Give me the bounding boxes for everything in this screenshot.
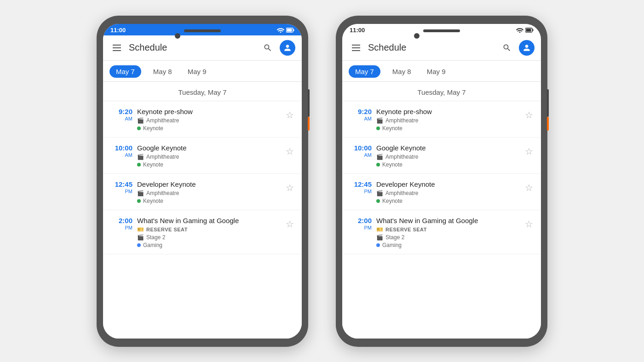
reserve-icon: 🎫 <box>376 226 383 233</box>
date-tab[interactable]: May 7 <box>349 65 380 78</box>
app-bar: Schedule <box>342 35 541 61</box>
date-tab[interactable]: May 7 <box>109 65 141 78</box>
schedule-item: 10:00 AM Google Keynote 🎬 Amphitheatre K… <box>103 138 302 174</box>
day-header: Tuesday, May 7 <box>103 82 302 101</box>
reserve-label: RESERVE SEAT <box>385 227 427 232</box>
phone-wrapper-2: 11:00 Schedule <box>336 16 547 347</box>
venue-name: Stage 2 <box>385 234 404 241</box>
favorite-button[interactable]: ☆ <box>283 109 296 121</box>
event-reserve: 🎫 RESERVE SEAT <box>376 226 518 233</box>
time-column: 10:00 AM <box>109 144 132 158</box>
event-time-hour: 12:45 <box>109 180 132 189</box>
favorite-button[interactable]: ☆ <box>283 218 296 230</box>
video-icon: 🎬 <box>137 234 144 241</box>
hamburger-line <box>113 50 121 51</box>
event-details: What's New in Gaming at Google 🎫 RESERVE… <box>376 217 518 248</box>
event-title: What's New in Gaming at Google <box>376 217 518 224</box>
event-time-ampm: AM <box>348 152 372 158</box>
event-tag: Keynote <box>137 198 279 204</box>
event-tag: Keynote <box>137 125 279 132</box>
app-title: Schedule <box>368 42 495 53</box>
hamburger-line <box>113 45 121 46</box>
favorite-button[interactable]: ☆ <box>283 145 296 158</box>
time-column: 9:20 AM <box>348 108 372 121</box>
event-venue-row: 🎬 Amphitheatre <box>137 154 279 160</box>
event-time-ampm: AM <box>348 116 372 121</box>
tag-label: Keynote <box>382 198 402 204</box>
account-avatar[interactable] <box>519 40 535 56</box>
phone-wrapper-1: 11:00 Schedule <box>97 16 308 347</box>
date-tab[interactable]: May 9 <box>423 66 449 77</box>
venue-name: Amphitheatre <box>385 117 418 124</box>
tag-label: Gaming <box>382 242 402 248</box>
phone-screen: 11:00 Schedule <box>342 24 541 339</box>
event-reserve: 🎫 RESERVE SEAT <box>137 226 279 233</box>
tag-label: Gaming <box>143 242 162 248</box>
event-venue-row: 🎬 Amphitheatre <box>376 154 518 160</box>
venue-name: Amphitheatre <box>146 117 179 124</box>
time-column: 12:45 PM <box>348 180 372 194</box>
event-time-ampm: PM <box>109 189 132 194</box>
favorite-button[interactable]: ☆ <box>523 145 535 158</box>
event-venue-row: 🎬 Stage 2 <box>137 234 279 241</box>
schedule-item: 12:45 PM Developer Keynote 🎬 Amphitheatr… <box>342 174 541 210</box>
status-icons <box>516 27 534 33</box>
event-tag: Gaming <box>137 242 279 248</box>
video-icon: 🎬 <box>137 154 144 160</box>
phone-screen: 11:00 Schedule <box>103 24 302 339</box>
event-time-hour: 12:45 <box>348 180 372 189</box>
tag-dot <box>137 126 141 130</box>
event-venue-row: 🎬 Stage 2 <box>376 234 518 241</box>
event-time-hour: 10:00 <box>348 144 372 152</box>
phone-speaker <box>423 29 460 32</box>
event-details: Keynote pre-show 🎬 Amphitheatre Keynote <box>137 108 279 132</box>
app-title: Schedule <box>129 42 256 53</box>
menu-button[interactable] <box>109 40 124 55</box>
svg-rect-1 <box>293 29 294 31</box>
schedule-content: Tuesday, May 7 9:20 AM Keynote pre-show … <box>342 82 541 339</box>
time-column: 9:20 AM <box>109 108 132 121</box>
favorite-button[interactable]: ☆ <box>523 109 535 121</box>
date-tab[interactable]: May 9 <box>184 66 210 77</box>
event-time-ampm: AM <box>109 152 132 158</box>
day-header: Tuesday, May 7 <box>342 82 541 101</box>
tag-dot <box>137 163 141 167</box>
phone-camera <box>175 33 180 39</box>
event-time-hour: 10:00 <box>109 144 132 152</box>
schedule-content: Tuesday, May 7 9:20 AM Keynote pre-show … <box>103 82 302 339</box>
date-tab[interactable]: May 8 <box>150 66 176 77</box>
status-time: 11:00 <box>110 27 126 34</box>
event-details: Google Keynote 🎬 Amphitheatre Keynote <box>137 144 279 168</box>
status-time: 11:00 <box>350 27 365 34</box>
time-column: 2:00 PM <box>348 217 372 230</box>
event-time-hour: 9:20 <box>348 108 372 116</box>
event-details: Keynote pre-show 🎬 Amphitheatre Keynote <box>376 108 518 132</box>
event-tag: Keynote <box>137 161 279 168</box>
search-button[interactable] <box>500 40 514 55</box>
tag-dot <box>376 199 380 203</box>
date-tabs: May 7May 8May 9 <box>342 61 541 82</box>
phone-side-button <box>308 89 310 117</box>
menu-button[interactable] <box>349 40 363 55</box>
schedule-item: 10:00 AM Google Keynote 🎬 Amphitheatre K… <box>342 138 541 174</box>
event-title: Google Keynote <box>376 144 518 152</box>
hamburger-line <box>352 47 360 48</box>
account-avatar[interactable] <box>280 40 295 56</box>
favorite-button[interactable]: ☆ <box>523 218 535 230</box>
hamburger-line <box>352 50 360 51</box>
date-tab[interactable]: May 8 <box>389 66 415 77</box>
event-title: Developer Keynote <box>137 180 279 188</box>
event-details: Google Keynote 🎬 Amphitheatre Keynote <box>376 144 518 168</box>
svg-rect-2 <box>287 29 292 31</box>
event-title: Google Keynote <box>137 144 279 152</box>
favorite-button[interactable]: ☆ <box>283 181 296 194</box>
venue-name: Amphitheatre <box>385 154 418 160</box>
favorite-button[interactable]: ☆ <box>523 181 535 194</box>
event-title: Developer Keynote <box>376 180 518 188</box>
tag-dot <box>376 163 380 167</box>
event-time-hour: 9:20 <box>109 108 132 116</box>
search-button[interactable] <box>260 40 275 55</box>
event-title: What's New in Gaming at Google <box>137 217 279 224</box>
venue-name: Amphitheatre <box>146 154 179 160</box>
tag-label: Keynote <box>382 161 402 168</box>
